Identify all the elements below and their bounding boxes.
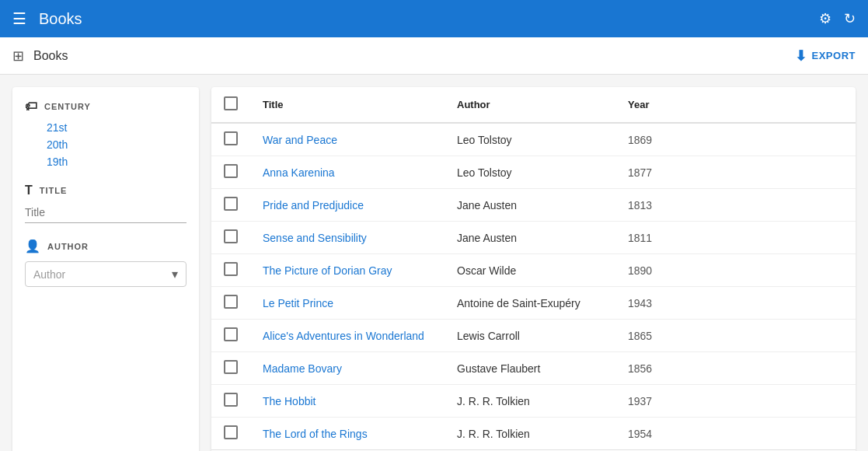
refresh-icon[interactable]: ↻: [844, 10, 856, 27]
row-author-0: Leo Tolstoy: [444, 123, 615, 156]
row-checkbox-cell: [211, 352, 250, 385]
row-title-2: Pride and Predjudice: [250, 189, 444, 222]
header-author: Author: [444, 87, 615, 123]
table-row: The Lord of the Rings J. R. R. Tolkien 1…: [211, 418, 856, 450]
century-item-21st[interactable]: 21st: [47, 121, 186, 134]
row-year-0: 1869: [615, 123, 856, 156]
author-dropdown-arrow-icon: ▾: [172, 267, 178, 281]
row-author-8: J. R. R. Tolkien: [444, 385, 615, 418]
table-row: Le Petit Prince Antoine de Saint-Exupéry…: [211, 287, 856, 320]
century-item-19th[interactable]: 19th: [47, 156, 186, 168]
author-select-placeholder: Author: [33, 268, 65, 281]
row-checkbox-2[interactable]: [224, 197, 238, 211]
table-panel: Title Author Year War and Peace Leo Tols…: [211, 87, 856, 451]
century-items: 21st 20th 19th: [25, 121, 186, 168]
table-row: Pride and Predjudice Jane Austen 1813: [211, 189, 856, 222]
table-row: Anna Karenina Leo Tolstoy 1877: [211, 156, 856, 189]
row-author-7: Gustave Flaubert: [444, 352, 615, 385]
title-text-icon: T: [25, 184, 33, 198]
row-title-6: Alice's Adventures in Wonderland: [250, 320, 444, 352]
title-label: TITLE: [40, 186, 68, 195]
title-input-wrapper: [25, 205, 186, 223]
row-checkbox-cell: [211, 418, 250, 450]
row-checkbox-cell: [211, 385, 250, 418]
row-checkbox-9[interactable]: [224, 425, 238, 439]
table-row: Sense and Sensibility Jane Austen 1811: [211, 222, 856, 254]
row-checkbox-4[interactable]: [224, 262, 238, 276]
header-checkbox-col: [211, 87, 250, 123]
row-author-5: Antoine de Saint-Exupéry: [444, 287, 615, 320]
author-select[interactable]: Author ▾: [25, 261, 186, 287]
row-author-3: Jane Austen: [444, 222, 615, 254]
row-title-4: The Picture of Dorian Gray: [250, 254, 444, 287]
subheader: ⊞ Books ⬇ EXPORT: [0, 37, 868, 75]
author-header: 👤 AUTHOR: [25, 239, 186, 253]
header-year: Year: [615, 87, 856, 123]
row-title-0: War and Peace: [250, 123, 444, 156]
row-checkbox-5[interactable]: [224, 295, 238, 309]
row-checkbox-cell: [211, 254, 250, 287]
header-title: Title: [250, 87, 444, 123]
row-checkbox-8[interactable]: [224, 393, 238, 407]
row-title-7: Madame Bovary: [250, 352, 444, 385]
row-checkbox-cell: [211, 189, 250, 222]
row-checkbox-cell: [211, 156, 250, 189]
row-checkbox-0[interactable]: [224, 131, 238, 145]
row-year-1: 1877: [615, 156, 856, 189]
row-author-1: Leo Tolstoy: [444, 156, 615, 189]
grid-icon[interactable]: ⊞: [12, 47, 24, 65]
author-person-icon: 👤: [25, 239, 41, 253]
row-checkbox-3[interactable]: [224, 229, 238, 243]
row-checkbox-6[interactable]: [224, 327, 238, 341]
filter-panel: 🏷 CENTURY 21st 20th 19th T TITLE 👤 AU: [12, 87, 199, 451]
export-label: EXPORT: [812, 50, 856, 61]
table-row: War and Peace Leo Tolstoy 1869: [211, 123, 856, 156]
row-author-4: Oscar Wilde: [444, 254, 615, 287]
row-title-3: Sense and Sensibility: [250, 222, 444, 254]
author-section: 👤 AUTHOR Author ▾: [25, 239, 186, 287]
table-header-row: Title Author Year: [211, 87, 856, 123]
row-year-9: 1954: [615, 418, 856, 450]
table-row: Alice's Adventures in Wonderland Lewis C…: [211, 320, 856, 352]
row-checkbox-cell: [211, 287, 250, 320]
row-year-7: 1856: [615, 352, 856, 385]
title-section: T TITLE: [25, 184, 186, 223]
content-area: 🏷 CENTURY 21st 20th 19th T TITLE 👤 AU: [0, 75, 868, 451]
download-icon: ⬇: [795, 47, 807, 65]
row-checkbox-7[interactable]: [224, 360, 238, 374]
row-year-2: 1813: [615, 189, 856, 222]
row-author-2: Jane Austen: [444, 189, 615, 222]
title-header: T TITLE: [25, 184, 186, 198]
settings-icon[interactable]: ⚙: [819, 10, 831, 27]
app-title: Books: [39, 10, 807, 28]
row-checkbox-cell: [211, 123, 250, 156]
row-year-8: 1937: [615, 385, 856, 418]
row-year-6: 1865: [615, 320, 856, 352]
row-author-6: Lewis Carroll: [444, 320, 615, 352]
row-year-3: 1811: [615, 222, 856, 254]
row-title-1: Anna Karenina: [250, 156, 444, 189]
row-title-8: The Hobbit: [250, 385, 444, 418]
author-label: AUTHOR: [47, 242, 89, 251]
title-input[interactable]: [25, 206, 186, 219]
select-all-checkbox[interactable]: [224, 96, 238, 110]
page-title: Books: [33, 49, 786, 63]
century-item-20th[interactable]: 20th: [47, 138, 186, 151]
century-section: 🏷 CENTURY 21st 20th 19th: [25, 100, 186, 168]
row-checkbox-1[interactable]: [224, 164, 238, 178]
row-author-9: J. R. R. Tolkien: [444, 418, 615, 450]
row-year-4: 1890: [615, 254, 856, 287]
row-checkbox-cell: [211, 320, 250, 352]
row-year-5: 1943: [615, 287, 856, 320]
export-button[interactable]: ⬇ EXPORT: [795, 47, 856, 65]
table-row: The Hobbit J. R. R. Tolkien 1937: [211, 385, 856, 418]
menu-icon[interactable]: ☰: [12, 9, 26, 28]
topbar: ☰ Books ⚙ ↻: [0, 0, 868, 37]
row-title-9: The Lord of the Rings: [250, 418, 444, 450]
row-checkbox-cell: [211, 222, 250, 254]
century-header: 🏷 CENTURY: [25, 100, 186, 114]
books-table: Title Author Year War and Peace Leo Tols…: [211, 87, 856, 449]
row-title-5: Le Petit Prince: [250, 287, 444, 320]
century-label: CENTURY: [44, 102, 91, 111]
table-row: The Picture of Dorian Gray Oscar Wilde 1…: [211, 254, 856, 287]
